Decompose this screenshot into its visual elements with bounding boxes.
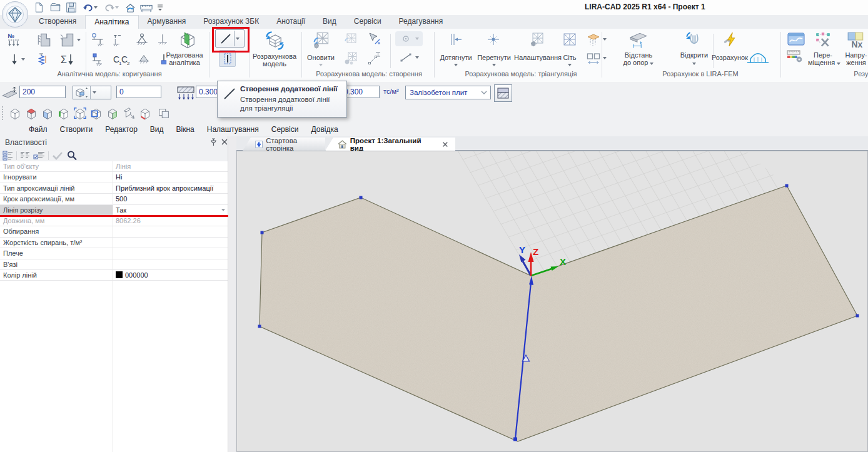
menu-help[interactable]: Довідка	[305, 125, 345, 134]
view-cube-frame-button[interactable]	[89, 106, 104, 121]
line-dropdown-icon[interactable]	[415, 56, 419, 59]
menu-settings[interactable]: Налаштування	[201, 125, 265, 134]
view-cube-rotate-button[interactable]	[121, 106, 136, 121]
offset-input[interactable]	[116, 86, 161, 98]
measure-button[interactable]	[139, 1, 154, 14]
displacement-dropdown-icon[interactable]	[837, 63, 840, 65]
update-label[interactable]: Оновити	[305, 54, 337, 61]
new-document-button[interactable]	[31, 1, 46, 14]
intersect-label[interactable]: Перетнути	[475, 54, 513, 61]
snap-label[interactable]: Дотягнути	[438, 54, 474, 61]
support-truss-button[interactable]	[133, 31, 151, 49]
snap-dropdown-icon[interactable]	[453, 63, 459, 68]
tab-analitika[interactable]: Аналітика	[85, 15, 138, 29]
tab-anotatsii[interactable]: Анотації	[268, 15, 314, 29]
property-row-line-color[interactable]: Колір ліній 000000	[0, 270, 228, 281]
tab-vyd[interactable]: Вид	[314, 15, 345, 29]
property-row-approx-type[interactable]: Тип апроксимації ліній Приблизний крок а…	[0, 183, 228, 194]
close-tab-icon[interactable]	[442, 141, 449, 148]
property-row-approx-step[interactable]: Крок апроксимації, мм 500	[0, 194, 228, 204]
results-scale-settings-button[interactable]	[785, 49, 804, 64]
tab-servisy[interactable]: Сервіси	[345, 15, 390, 29]
open-in-lira-label[interactable]: Відкрити	[677, 51, 712, 66]
alignment-combo[interactable]	[73, 86, 111, 99]
thickness-input[interactable]	[19, 86, 66, 98]
pin-button[interactable]	[209, 138, 218, 147]
elastic-support-button[interactable]	[33, 51, 54, 68]
design-strips-button[interactable]	[583, 31, 609, 48]
view-cube-default-button[interactable]	[8, 106, 23, 121]
grid-column-divider[interactable]	[113, 161, 113, 452]
support-pyramid-button[interactable]	[135, 51, 153, 68]
displacement-label[interactable]: Пере- міщення	[808, 51, 838, 66]
stress-label[interactable]: Напру- ження	[842, 51, 868, 66]
distance-to-supports-button[interactable]	[627, 31, 650, 49]
property-row-ignore[interactable]: Ігнорувати Ні	[0, 172, 228, 183]
tab-project-general-view[interactable]: Проект 1:Загальний вид	[325, 138, 455, 151]
undo-dropdown-icon[interactable]	[94, 6, 98, 9]
distance-dropdown-icon[interactable]	[650, 63, 654, 65]
select-elements-button[interactable]	[365, 31, 384, 48]
property-row-object-type[interactable]: Тип об'єкту Лінія	[0, 161, 228, 172]
application-menu-button[interactable]	[2, 1, 28, 28]
checked-properties-icon[interactable]	[33, 151, 46, 161]
undo-button[interactable]	[80, 1, 100, 14]
property-row-support-stiffness[interactable]: Жорсткість спирань, т/м²	[0, 238, 228, 248]
load-numbering-button[interactable]: №	[5, 31, 24, 49]
menu-file[interactable]: Файл	[23, 125, 54, 134]
ellipse-tool-button[interactable]	[395, 31, 423, 46]
wall-load-button[interactable]	[34, 31, 54, 49]
property-row-shoulder[interactable]: Плече	[0, 248, 228, 259]
panels-dropdown-icon[interactable]	[603, 57, 607, 59]
point-load-dropdown-icon[interactable]	[21, 58, 25, 61]
line-color-picker[interactable]: 000000	[113, 270, 228, 280]
mesh-label[interactable]: Сіть	[560, 54, 579, 61]
menu-view[interactable]: Вид	[144, 125, 170, 134]
ellipse-dropdown-icon[interactable]	[415, 38, 419, 40]
section-line-dropdown-icon[interactable]	[221, 209, 225, 211]
alignment-dropdown-icon[interactable]	[93, 91, 96, 94]
calc-model-label[interactable]: Розрахункова модель	[249, 53, 300, 68]
view-cube-right-button[interactable]	[105, 106, 120, 121]
regenerate-mesh-button[interactable]	[341, 50, 360, 66]
mesh-dropdown-icon[interactable]	[567, 63, 573, 68]
tab-stvorennya[interactable]: Створення	[30, 15, 85, 29]
customize-toolbar-button[interactable]	[155, 1, 165, 14]
section-display-toggle[interactable]	[219, 50, 236, 67]
viewport-3d[interactable]: Y Z X	[236, 151, 868, 452]
point-load-button[interactable]	[5, 51, 28, 68]
assign-section-button[interactable]	[365, 50, 384, 66]
view-cube-front-button[interactable]	[40, 106, 55, 121]
wall-corner-load-button[interactable]	[58, 31, 83, 49]
redo-dropdown-icon[interactable]	[115, 6, 119, 9]
panel-scrollbar-strip[interactable]	[228, 136, 237, 452]
edited-analytics-label[interactable]: Редагована аналітика	[159, 51, 209, 66]
intersect-dropdown-icon[interactable]	[491, 63, 497, 68]
view-cube-corners-button[interactable]	[73, 106, 88, 121]
redo-button[interactable]	[101, 1, 121, 14]
tab-redaguvannya[interactable]: Редагування	[390, 15, 452, 29]
view-cube-bottom-button[interactable]	[138, 106, 153, 121]
alphabetical-view-icon[interactable]	[19, 151, 31, 161]
open-button[interactable]	[48, 1, 63, 14]
menu-create[interactable]: Створити	[54, 125, 99, 134]
add-line-tool-button[interactable]	[395, 50, 423, 65]
save-button[interactable]	[64, 1, 79, 14]
section-line-dropdown[interactable]: Так	[113, 205, 228, 215]
support-node-button[interactable]	[89, 51, 108, 68]
support-vertical-button[interactable]	[154, 31, 171, 49]
support-fixed-button[interactable]	[111, 31, 130, 49]
material-select[interactable]: Залізобетон плит	[405, 86, 491, 99]
property-row-bearing[interactable]: Обпирання	[0, 226, 228, 237]
mesh-button[interactable]	[560, 31, 579, 48]
displacement-results-button[interactable]	[813, 31, 833, 49]
menu-services[interactable]: Сервіси	[265, 125, 305, 134]
run-calculation-button[interactable]	[719, 31, 740, 49]
stress-results-button[interactable]: Nx	[845, 31, 867, 49]
update-calc-model-button[interactable]	[310, 30, 332, 50]
menu-windows[interactable]: Вікна	[170, 125, 201, 134]
calc-model-button[interactable]	[259, 30, 290, 51]
toolbar-grip[interactable]	[2, 106, 6, 120]
material-hatch-button[interactable]	[494, 84, 512, 102]
intersect-button[interactable]	[484, 31, 503, 48]
